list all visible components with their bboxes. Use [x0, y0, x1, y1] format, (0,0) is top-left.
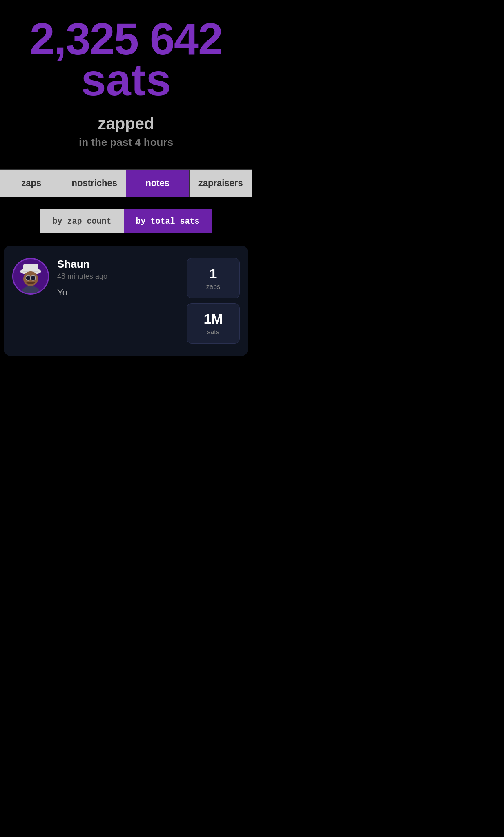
zap-count-label: zaps	[198, 283, 228, 291]
zap-count-value: 1	[198, 266, 228, 282]
main-tabs: zaps nostriches notes zapraisers	[0, 169, 252, 197]
sort-by-zap-count[interactable]: by zap count	[40, 209, 123, 233]
avatar-inner	[13, 259, 48, 293]
tab-zapraisers[interactable]: zapraisers	[190, 170, 252, 197]
tab-nostriches[interactable]: nostriches	[63, 170, 127, 197]
sats-value: 1M	[198, 311, 228, 327]
sats-unit: sats	[8, 57, 244, 102]
note-author: Shaun	[57, 258, 178, 271]
sats-box-label: sats	[198, 329, 228, 336]
zap-count-box: 1 zaps	[187, 258, 240, 298]
note-stats: 1 zaps 1M sats	[187, 258, 240, 344]
avatar-container	[12, 258, 49, 295]
time-label: in the past 4 hours	[8, 136, 244, 149]
note-card: Shaun 48 minutes ago Yo 1 zaps 1M sats	[12, 254, 240, 348]
sats-box: 1M sats	[187, 303, 240, 344]
avatar	[12, 258, 49, 295]
svg-point-6	[31, 275, 36, 280]
note-time: 48 minutes ago	[57, 272, 178, 281]
note-content: Yo	[57, 287, 178, 298]
avatar-svg	[13, 259, 48, 293]
notes-list: Shaun 48 minutes ago Yo 1 zaps 1M sats	[4, 246, 248, 356]
tab-zaps[interactable]: zaps	[0, 170, 63, 197]
svg-point-5	[26, 275, 31, 280]
top-section: 2,325 642 sats zapped in the past 4 hour…	[0, 0, 252, 157]
tab-notes[interactable]: notes	[126, 170, 190, 197]
zapped-label: zapped	[8, 114, 244, 133]
note-info: Shaun 48 minutes ago Yo	[57, 258, 178, 298]
sort-tabs: by zap count by total sats	[40, 209, 212, 233]
sort-tabs-wrapper: by zap count by total sats	[0, 209, 252, 233]
sort-by-total-sats[interactable]: by total sats	[124, 209, 212, 233]
